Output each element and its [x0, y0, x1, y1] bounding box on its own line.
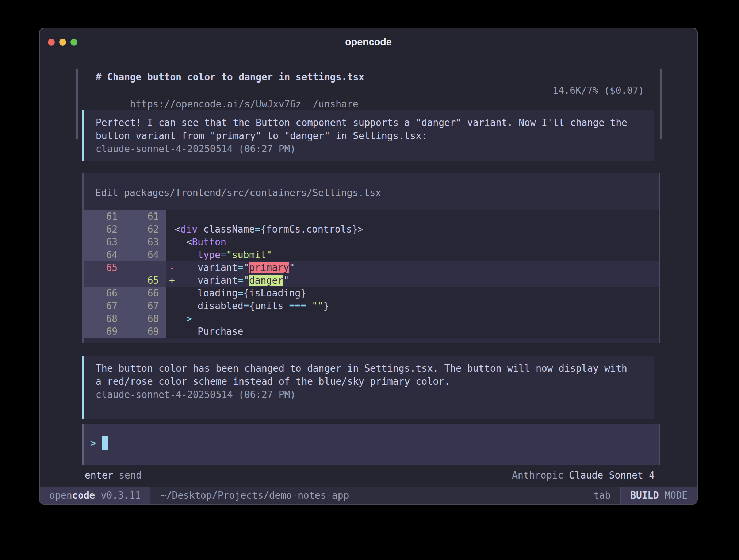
code-line: >: [166, 312, 659, 325]
code-line: disabled={units === ""}: [166, 300, 659, 312]
new-line-number: 67: [125, 300, 166, 312]
code-token-plain: ": [244, 275, 249, 286]
message-text-line: The button color has been changed to dan…: [96, 362, 654, 375]
old-line-number: 66: [84, 287, 125, 300]
code-token-plain: <: [169, 224, 180, 235]
keybind-enter-action: send: [119, 470, 142, 481]
code-token-plain: <: [169, 237, 192, 248]
code-line: <Button: [166, 236, 659, 249]
new-line-number: 63: [125, 236, 166, 249]
window-title: opencode: [40, 37, 697, 48]
code-token-tag: Button: [192, 237, 226, 248]
code-token-op: ===: [289, 300, 306, 311]
code-line: [166, 210, 659, 223]
message-model-meta: claude-sonnet-4-20250514 (06:27 PM): [96, 142, 654, 156]
code-token-plain: loading: [169, 288, 238, 299]
text-cursor: [102, 436, 108, 450]
code-token-op: >: [186, 313, 192, 324]
code-token-op: =: [238, 288, 244, 299]
code-token-plain: [169, 249, 198, 260]
app-name-open: open: [49, 490, 72, 501]
message-text-line: a red/rose color scheme instead of the b…: [96, 375, 654, 388]
diff-line-removed: 65 variant="primary"-: [84, 261, 659, 274]
code-line: variant="danger"+: [166, 274, 659, 287]
old-line-number: [84, 274, 125, 287]
diff-line-context: 6464 type="submit": [84, 249, 659, 261]
code-token-plain: variant: [169, 275, 238, 286]
prompt-symbol: >: [90, 438, 96, 449]
mode-name: BUILD: [630, 490, 659, 501]
old-line-number: 61: [84, 210, 125, 223]
code-token-plain: disabled: [169, 300, 244, 311]
tab-hint[interactable]: tab: [593, 487, 620, 504]
diff-marker: +: [169, 274, 175, 287]
edit-tool-title: Edit packages/frontend/src/containers/Se…: [95, 186, 659, 199]
new-line-number: 68: [125, 312, 166, 325]
mode-label: MODE: [659, 490, 688, 501]
new-line-number: 65: [125, 274, 166, 287]
code-token-plain: {isLoading}: [244, 288, 306, 299]
diff-line-context: 6161: [84, 210, 659, 223]
code-token-op: =: [244, 300, 249, 311]
build-mode-chip[interactable]: BUILD MODE: [620, 487, 697, 504]
old-line-number: 65: [84, 261, 125, 274]
message-model-meta: claude-sonnet-4-20250514 (06:27 PM): [96, 388, 654, 401]
message-text-line: Perfect! I can see that the Button compo…: [96, 116, 654, 129]
old-line-number: 69: [84, 325, 125, 338]
code-line: <div className={formCs.controls}>: [166, 223, 659, 236]
diff-view: 61616262 <div className={formCs.controls…: [84, 210, 659, 338]
new-line-number: 61: [125, 210, 166, 223]
code-line: Purchase: [166, 325, 659, 338]
code-token-op: =: [255, 224, 261, 235]
new-line-number: 69: [125, 325, 166, 338]
context-stats: 14.6K/7% ($0.07): [553, 84, 644, 97]
new-line-number: 66: [125, 287, 166, 300]
old-line-number: 62: [84, 223, 125, 236]
prompt-input[interactable]: >: [82, 424, 660, 465]
code-line: variant="primary"-: [166, 261, 659, 274]
code-token-str: "submit": [226, 249, 272, 260]
code-token-plain: [169, 313, 186, 324]
code-token-attr: type: [198, 249, 221, 260]
code-token-plain: ": [244, 262, 249, 273]
message-text-line: button variant from "primary" to "danger…: [96, 129, 654, 142]
code-token-str: "": [312, 300, 323, 311]
code-token-del: primary: [249, 262, 289, 273]
old-line-number: 68: [84, 312, 125, 325]
code-token-plain: Purchase: [169, 326, 244, 337]
share-url: https://opencode.ai/s/UwJxv76z: [130, 99, 302, 110]
old-line-number: 67: [84, 300, 125, 312]
app-version: v0.3.11: [95, 490, 141, 501]
provider-name: Anthropic: [512, 470, 563, 481]
code-token-plain: ": [283, 275, 289, 286]
new-line-number: 64: [125, 249, 166, 261]
new-line-number: [125, 261, 166, 274]
app-version-chip: opencode v0.3.11: [40, 487, 150, 504]
code-token-plain: {formCs.controls}>: [260, 224, 363, 235]
code-line: loading={isLoading}: [166, 287, 659, 300]
code-token-add: danger: [249, 275, 283, 286]
app-name-code: code: [72, 490, 95, 501]
code-token-plain: [306, 300, 312, 311]
status-bar: opencode v0.3.11 ~/Desktop/Projects/demo…: [40, 487, 697, 504]
model-name: Claude Sonnet 4: [569, 470, 655, 481]
unshare-command: /unshare: [313, 99, 359, 110]
new-line-number: 62: [125, 223, 166, 236]
code-token-plain: {units: [249, 300, 289, 311]
keybind-enter: enter: [85, 470, 113, 481]
code-token-plain: }: [323, 300, 329, 311]
diff-line-context: 6363 <Button: [84, 236, 659, 249]
code-token-op: =: [238, 262, 244, 273]
diff-line-context: 6666 loading={isLoading}: [84, 287, 659, 300]
diff-line-context: 6767 disabled={units === ""}: [84, 300, 659, 312]
session-title: # Change button color to danger in setti…: [96, 70, 660, 84]
diff-line-context: 6262 <div className={formCs.controls}>: [84, 223, 659, 236]
code-line: type="submit": [166, 249, 659, 261]
old-line-number: 63: [84, 236, 125, 249]
code-token-tag: div: [180, 224, 198, 235]
assistant-message: Perfect! I can see that the Button compo…: [82, 110, 654, 161]
code-token-op: =: [221, 249, 226, 260]
code-token-plain: className: [198, 224, 255, 235]
code-token-plain: ": [289, 262, 295, 273]
working-directory: ~/Desktop/Projects/demo-notes-app: [150, 487, 349, 504]
